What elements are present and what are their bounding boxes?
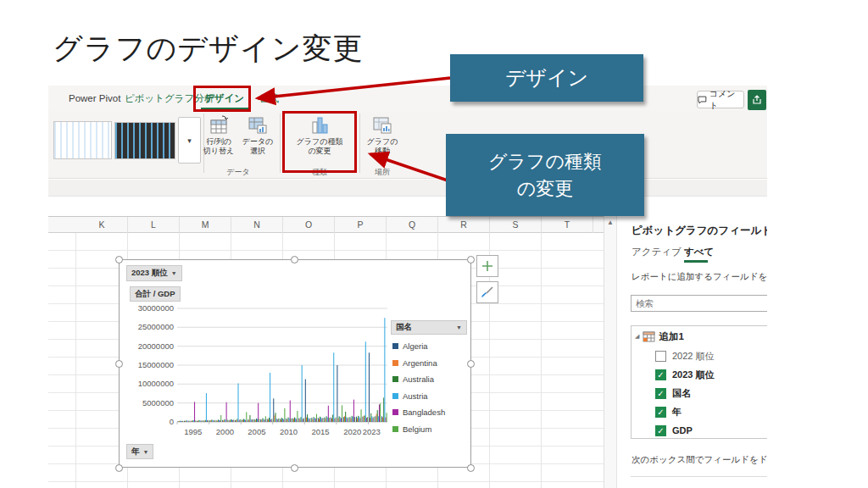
svg-text:10000000: 10000000 xyxy=(138,379,174,388)
selection-handle[interactable] xyxy=(467,360,475,368)
share-button[interactable] xyxy=(748,90,766,110)
svg-text:0: 0 xyxy=(170,417,174,426)
design-tab-highlight-box xyxy=(193,86,251,112)
pane-divider xyxy=(631,476,767,477)
pivotchart-fields-pane: ピボットグラフのフィールド アクティブ すべて レポートに追加するフィールドを選… xyxy=(616,212,767,488)
select-data-icon xyxy=(248,114,268,137)
selection-handle[interactable] xyxy=(115,464,123,472)
move-chart-button[interactable]: グラフの 移動 xyxy=(363,114,402,166)
legend-swatch-icon xyxy=(392,409,398,415)
field-label: 2023 順位 xyxy=(672,369,715,381)
pivot-chart[interactable]: 2023 順位▼ 合計 / GDP 0500000010000000150000… xyxy=(119,259,471,468)
selection-handle[interactable] xyxy=(467,256,475,263)
legend-swatch-icon xyxy=(392,393,398,399)
chart-style-thumbnail-dark[interactable] xyxy=(114,122,175,159)
chart-elements-button[interactable] xyxy=(476,255,498,277)
selection-handle[interactable] xyxy=(291,464,298,472)
checked-checkbox-icon[interactable]: ✓ xyxy=(655,425,666,436)
column-header[interactable]: R xyxy=(438,217,490,233)
field-checkbox-row[interactable]: ✓年 xyxy=(632,402,767,421)
column-header[interactable]: N xyxy=(231,217,283,233)
pane-tab-all[interactable]: すべて xyxy=(684,246,714,258)
ribbon-group-label-location: 場所 xyxy=(363,167,402,178)
switch-row-column-button[interactable]: 行/列の 切り替え xyxy=(200,114,237,166)
legend-item[interactable]: Australia xyxy=(392,371,445,388)
selection-handle[interactable] xyxy=(467,464,475,472)
svg-text:30000000: 30000000 xyxy=(138,303,174,313)
share-icon xyxy=(752,95,762,105)
field-checkbox-row[interactable]: ✓2023 順位 xyxy=(632,365,767,384)
move-chart-icon xyxy=(372,114,392,137)
chart-legend: AlgeriaArgentinaAustraliaAustriaBanglade… xyxy=(392,338,445,437)
column-header[interactable]: L xyxy=(128,217,180,233)
svg-text:1995: 1995 xyxy=(184,427,202,436)
tab-format[interactable]: 書式 xyxy=(254,86,284,111)
selection-handle[interactable] xyxy=(115,360,123,368)
pane-subtitle: レポートに追加するフィールドを選択して xyxy=(632,271,767,283)
chart-styles-button[interactable] xyxy=(476,281,498,303)
legend-swatch-icon xyxy=(392,360,398,366)
legend-swatch-icon xyxy=(392,376,398,382)
column-header[interactable]: K xyxy=(76,217,128,233)
slide: グラフのデザイン変更 Power Pivot ピボットグラフ分析 デザイン 書式… xyxy=(0,0,868,488)
chart-styles-more-button[interactable]: ▾ xyxy=(178,117,201,164)
legend-item[interactable]: Belgium xyxy=(392,421,445,438)
chevron-down-icon: ▼ xyxy=(143,449,149,455)
svg-text:5000000: 5000000 xyxy=(142,398,174,408)
vertical-scrollbar[interactable]: ▲ xyxy=(604,216,616,488)
paintbrush-icon xyxy=(481,286,494,299)
legend-item[interactable]: Austria xyxy=(392,388,445,405)
ribbon-tab-bar: Power Pivot ピボットグラフ分析 デザイン 書式 xyxy=(48,86,767,111)
checked-checkbox-icon[interactable]: ✓ xyxy=(655,369,666,380)
legend-label: Australia xyxy=(403,374,434,384)
ribbon-group-label-data: データ xyxy=(200,167,276,178)
table-icon xyxy=(643,331,655,342)
checked-checkbox-icon[interactable]: ✓ xyxy=(655,407,666,418)
svg-text:2010: 2010 xyxy=(280,427,298,436)
field-search-input[interactable] xyxy=(631,295,767,312)
legend-label: Argentina xyxy=(403,358,437,368)
tab-power-pivot[interactable]: Power Pivot xyxy=(64,86,125,111)
group-separator xyxy=(280,114,281,173)
column-header[interactable]: T xyxy=(542,217,593,233)
field-list: ◢ 追加1 2022 順位✓2023 順位✓国名✓年✓GDP xyxy=(631,325,767,439)
field-table-header[interactable]: ◢ 追加1 xyxy=(632,326,767,347)
column-header[interactable]: S xyxy=(490,217,542,233)
selection-handle[interactable] xyxy=(115,256,123,263)
column-header-row: KLMNOPQRST xyxy=(48,217,604,233)
callout-change-chart-type: グラフの種類 の変更 xyxy=(446,134,644,216)
column-header[interactable]: P xyxy=(335,217,387,233)
scroll-up-arrow-icon[interactable]: ▲ xyxy=(607,219,614,226)
svg-text:2023: 2023 xyxy=(363,427,381,436)
comments-button[interactable]: コメント xyxy=(697,91,744,108)
column-header[interactable]: Q xyxy=(387,217,438,233)
chart-style-thumbnail-light[interactable] xyxy=(53,121,112,159)
legend-label: Austria xyxy=(403,391,428,401)
field-label: 年 xyxy=(672,406,682,419)
column-header[interactable]: O xyxy=(283,217,335,233)
legend-item[interactable]: Bangladesh xyxy=(392,404,445,421)
axis-field-button-year[interactable]: 年▼ xyxy=(126,444,153,459)
ribbon-lower-strip xyxy=(48,180,767,197)
checked-checkbox-icon[interactable]: ✓ xyxy=(655,388,666,399)
legend-field-button[interactable]: 国名▼ xyxy=(391,320,467,335)
chevron-down-icon: ▼ xyxy=(456,324,462,330)
collapse-triangle-icon[interactable]: ◢ xyxy=(635,333,639,340)
selection-handle[interactable] xyxy=(291,256,298,263)
group-separator xyxy=(359,114,360,173)
legend-label: Bangladesh xyxy=(403,408,445,417)
change-chart-type-highlight-box xyxy=(282,111,357,173)
column-header[interactable]: M xyxy=(180,217,231,233)
plus-icon xyxy=(481,259,494,273)
legend-item[interactable]: Algeria xyxy=(392,338,445,355)
field-checkbox-row[interactable]: ✓GDP xyxy=(632,421,767,440)
legend-item[interactable]: Argentina xyxy=(392,355,445,372)
callout-design: デザイン xyxy=(450,54,643,102)
svg-text:2000: 2000 xyxy=(216,427,234,436)
select-data-button[interactable]: データの 選択 xyxy=(239,114,276,166)
svg-text:2020: 2020 xyxy=(343,427,361,436)
unchecked-checkbox-icon[interactable] xyxy=(655,351,666,362)
field-checkbox-row[interactable]: ✓国名 xyxy=(632,384,767,402)
field-checkbox-row[interactable]: 2022 順位 xyxy=(632,347,767,365)
pane-tab-active[interactable]: アクティブ xyxy=(632,246,682,258)
